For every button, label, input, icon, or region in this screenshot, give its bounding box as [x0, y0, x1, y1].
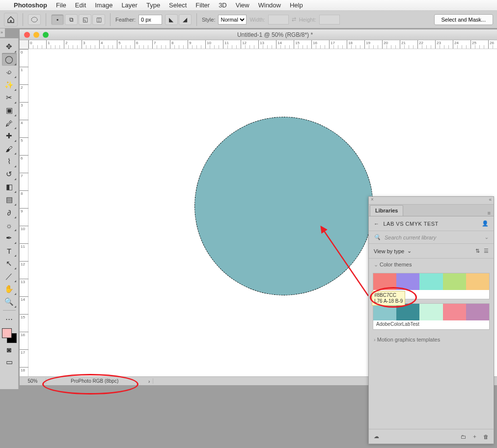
antialias-icon[interactable]: ◣ [165, 14, 178, 25]
home-button[interactable] [4, 13, 18, 26]
panel-collapse-icon[interactable]: « [489, 197, 492, 204]
tool-move[interactable]: ✥ [2, 40, 17, 53]
swatch[interactable] [443, 273, 466, 290]
screen-mode-icon[interactable]: ▭ [2, 356, 17, 369]
swatch[interactable] [443, 304, 466, 320]
menu-filter[interactable]: Filter [195, 1, 210, 9]
menu-type[interactable]: Type [146, 1, 160, 9]
user-icon[interactable]: 👤 [482, 220, 489, 227]
menu-edit[interactable]: Edit [75, 1, 86, 9]
tool-lasso[interactable]: ꩜ [2, 66, 17, 79]
feather-input[interactable] [138, 15, 162, 25]
tool-magic-wand[interactable]: ✨ [2, 79, 17, 91]
menubar: Photoshop File Edit Image Layer Type Sel… [0, 0, 497, 11]
menu-window[interactable]: Window [258, 1, 281, 9]
tool-history-brush[interactable]: ↺ [2, 168, 17, 181]
trash-icon[interactable]: 🗑 [483, 434, 489, 440]
tooltip-hex: #8BC7CC [374, 292, 403, 298]
search-icon: 🔍 [374, 234, 381, 240]
panel-menu-icon[interactable]: ≡ [485, 208, 494, 216]
libraries-panel: ×« Libraries ≡ ← LAB VS CMYK TEST 👤 🔍 Se… [368, 196, 494, 444]
add-icon[interactable]: ＋ [472, 433, 477, 440]
tool-pen[interactable]: ✒ [2, 232, 17, 244]
swatch[interactable] [373, 304, 396, 320]
cloud-icon[interactable]: ☁ [374, 433, 379, 440]
tool-hand[interactable]: ✋ [2, 283, 17, 295]
swatch[interactable] [373, 273, 396, 290]
minimize-button[interactable] [33, 32, 39, 38]
list-view-icon[interactable]: ☰ [484, 248, 489, 254]
close-button[interactable] [24, 32, 30, 38]
section-color-themes[interactable]: Color themes [380, 262, 412, 267]
color-profile[interactable]: ProPhoto RGB (8bpc) [46, 378, 153, 384]
menu-image[interactable]: Image [95, 1, 112, 9]
tool-dodge[interactable]: ☼ [2, 219, 17, 232]
selection-add-icon[interactable]: ⧉ [65, 14, 78, 25]
panel-close-icon[interactable]: × [371, 197, 374, 204]
tool-frame[interactable]: ▣ [2, 104, 17, 117]
tool-type[interactable]: T [2, 244, 17, 257]
tab-libraries[interactable]: Libraries [370, 205, 403, 216]
menu-3d[interactable]: 3D [219, 1, 227, 9]
zoom-level[interactable]: 50% [20, 378, 46, 384]
tool-zoom[interactable]: 🔍 [2, 295, 17, 308]
tool-indicator-icon[interactable] [28, 14, 41, 25]
select-and-mask-button[interactable]: Select and Mask... [434, 14, 494, 25]
theme-label-labtest: AdobeColorLabTest [373, 320, 489, 329]
swatch[interactable] [419, 273, 442, 290]
menu-select[interactable]: Select [169, 1, 187, 9]
menu-help[interactable]: Help [290, 1, 303, 9]
selection-intersect-icon[interactable]: ◫ [92, 14, 105, 25]
sort-icon[interactable]: ⇅ [475, 248, 480, 254]
tool-stamp[interactable]: ⌇ [2, 155, 17, 168]
tooltip-lab: L76 A-18 B-9 [374, 298, 403, 304]
tool-crop[interactable]: ✂ [2, 91, 17, 104]
height-input [319, 15, 340, 25]
ruler-vertical[interactable]: 0123456789101112131415161718 [20, 49, 28, 376]
edit-toolbar[interactable]: ⋯ [2, 313, 17, 325]
tool-marquee-ellipse[interactable]: ◯ [2, 53, 17, 66]
tool-healing[interactable]: ✚ [2, 130, 17, 142]
zoom-button[interactable] [43, 32, 49, 38]
search-chevron-icon[interactable]: ⌄ [484, 234, 489, 240]
folder-icon[interactable]: 🗀 [461, 434, 466, 440]
tool-brush[interactable]: 🖌 [2, 142, 17, 155]
app-name[interactable]: Photoshop [14, 1, 47, 9]
options-bar: ▪ ⧉ ◱ ◫ Feather: ◣ ◢ Style: Normal Width… [0, 11, 497, 28]
tool-blur[interactable]: ∂ [2, 206, 17, 219]
library-title[interactable]: LAB VS CMYK TEST [384, 221, 439, 227]
swatch[interactable] [466, 304, 489, 320]
search-input[interactable]: Search current library [385, 235, 480, 240]
color-swatches[interactable] [2, 328, 17, 343]
selection-mode-group: ▪ ⧉ ◱ ◫ [51, 14, 105, 25]
section-motion-graphics[interactable]: Motion graphics templates [369, 332, 494, 347]
document-title: Untitled-1 @ 50% (RGB/8*) * [53, 31, 497, 38]
ruler-horizontal[interactable]: 0123456789101112131415161718192021222324… [28, 40, 497, 49]
selection-new-icon[interactable]: ▪ [51, 14, 64, 25]
elliptical-selection[interactable] [194, 117, 373, 295]
height-label: Height: [299, 17, 316, 23]
tool-line[interactable]: ／ [2, 270, 17, 283]
tool-gradient[interactable]: ▤ [2, 193, 17, 206]
antialias2-icon[interactable]: ◢ [179, 14, 192, 25]
swatch[interactable] [419, 304, 442, 320]
swatch[interactable] [396, 273, 419, 290]
menu-layer[interactable]: Layer [121, 1, 138, 9]
tool-eyedropper[interactable]: 🖉 [2, 117, 17, 130]
ruler-origin[interactable] [20, 40, 28, 49]
color-theme-labtest[interactable]: AdobeColorLabTest [373, 303, 490, 330]
swap-wh-icon: ⇄ [292, 16, 296, 23]
foreground-color[interactable] [2, 328, 12, 338]
style-select[interactable]: Normal [218, 15, 247, 25]
back-icon[interactable]: ← [374, 221, 380, 227]
tool-eraser[interactable]: ◧ [2, 181, 17, 193]
quick-mask-icon[interactable]: ◙ [2, 343, 17, 356]
swatch[interactable] [396, 304, 419, 320]
menu-file[interactable]: File [56, 1, 66, 9]
panel-collapse-strip[interactable] [0, 28, 5, 37]
menu-view[interactable]: View [236, 1, 249, 9]
swatch[interactable] [466, 273, 489, 290]
view-by-type[interactable]: View by type [374, 248, 404, 254]
tool-path-select[interactable]: ↖ [2, 257, 17, 270]
selection-subtract-icon[interactable]: ◱ [79, 14, 91, 25]
